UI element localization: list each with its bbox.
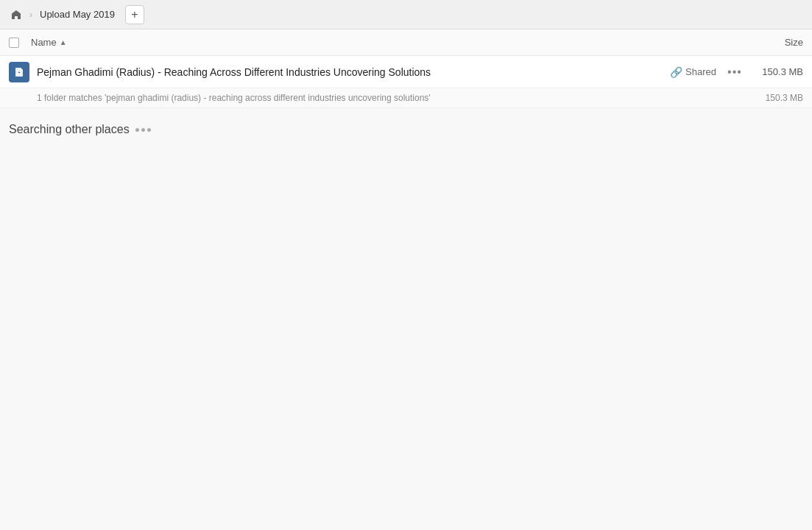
- home-button[interactable]: [6, 4, 27, 25]
- dot-3: [147, 128, 151, 132]
- searching-label: Searching other places: [9, 123, 130, 136]
- column-headers: Name ▲ Size: [0, 29, 812, 56]
- shared-label: 🔗 Shared: [670, 66, 716, 78]
- breadcrumb-bar: › Upload May 2019 +: [0, 0, 812, 29]
- file-icon: [9, 62, 29, 82]
- select-all-checkbox[interactable]: [9, 38, 19, 48]
- sort-arrow-icon: ▲: [60, 38, 67, 46]
- breadcrumb-separator: ›: [29, 10, 32, 20]
- name-column-header[interactable]: Name ▲: [31, 37, 730, 48]
- search-summary: 1 folder matches 'pejman ghadimi (radius…: [0, 88, 812, 108]
- file-size: 150.3 MB: [744, 66, 803, 77]
- more-options-button[interactable]: •••: [725, 63, 744, 82]
- link-icon: 🔗: [670, 66, 682, 78]
- name-column-label: Name: [31, 37, 57, 48]
- searching-section: Searching other places: [0, 108, 812, 151]
- shared-text: Shared: [685, 66, 716, 77]
- dot-1: [135, 128, 139, 132]
- search-summary-text: 1 folder matches 'pejman ghadimi (radius…: [37, 93, 431, 103]
- file-icon-wrap: [9, 62, 31, 82]
- searching-dots: [135, 128, 151, 132]
- size-column-header[interactable]: Size: [730, 37, 803, 48]
- file-meta: 🔗 Shared •••: [670, 63, 744, 82]
- dot-2: [141, 128, 145, 132]
- add-button[interactable]: +: [125, 5, 144, 24]
- file-name: Pejman Ghadimi (Radius) - Reaching Acros…: [31, 66, 670, 78]
- file-row[interactable]: Pejman Ghadimi (Radius) - Reaching Acros…: [0, 56, 812, 88]
- select-all-checkbox-col: [9, 38, 31, 48]
- search-summary-size: 150.3 MB: [766, 93, 803, 103]
- breadcrumb-label: Upload May 2019: [35, 7, 119, 21]
